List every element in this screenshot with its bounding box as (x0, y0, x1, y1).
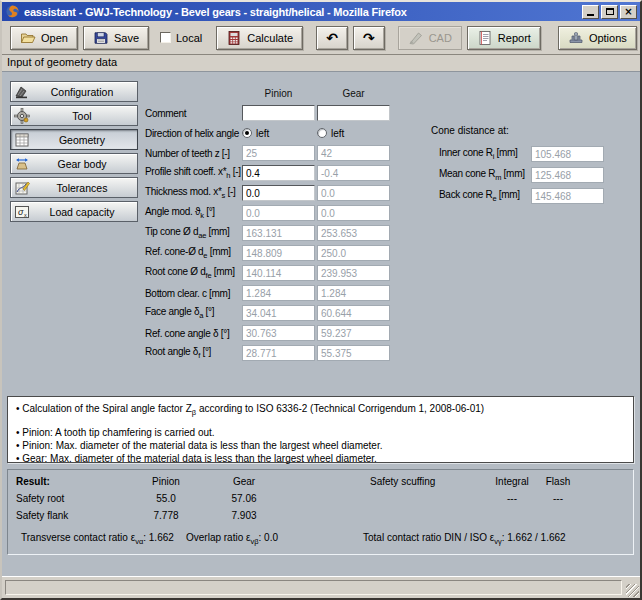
local-checkbox[interactable] (160, 32, 171, 43)
total-contact-ratio: Total contact ratio DIN / ISO εvγ: 1.662… (363, 532, 566, 546)
tolerances-icon (14, 180, 30, 196)
column-header-pinion: Pinion (242, 88, 315, 99)
sidebar-item-load-capacity[interactable]: σxLoad capacity (10, 201, 138, 222)
helix-direction-pinion-cell: left (242, 128, 317, 139)
number-of-teeth-gear-field: 42 (317, 145, 390, 161)
cone-distance-title: Cone distance at: (431, 125, 604, 143)
comment-pinion-field[interactable] (242, 105, 315, 121)
sidebar-item-label: Configuration (30, 86, 134, 98)
local-checkbox-group[interactable]: Local (160, 32, 202, 44)
bottom-clearance-gear-field: 1.284 (317, 285, 390, 301)
result-header-flash: Flash (530, 476, 586, 487)
cone-distance-section: Cone distance at: Inner cone Ri [mm]105.… (431, 125, 604, 206)
result-header-gear: Gear (212, 476, 276, 487)
report-document-icon (477, 30, 493, 46)
firefox-icon (5, 4, 20, 19)
sidebar-item-gear-body[interactable]: Gear body (10, 153, 138, 174)
safety-flank-pinion-value: 7.778 (134, 510, 198, 521)
load-capacity-icon: σx (14, 204, 30, 220)
mean-cone-row: Mean cone Rm [mm]125.468 (431, 164, 604, 185)
profile-shift-coeff-label: Profile shift coeff. x*h [-] (145, 166, 242, 180)
options-tool-icon (568, 30, 584, 46)
toolbar: Open Save Local Calculate ↶ ↷ CAD Report… (2, 21, 640, 55)
maximize-button[interactable] (601, 5, 618, 19)
root-cone-dia-label: Root cone Ø dfe [mm] (145, 266, 242, 280)
helix-direction-gear-cell: left (317, 128, 392, 139)
sidebar-item-configuration[interactable]: Configuration (10, 81, 138, 102)
ref-cone-dia-label: Ref. cone-Ø de [mm] (145, 246, 242, 260)
sidebar-item-label: Geometry (30, 134, 134, 146)
redo-icon: ↷ (363, 30, 375, 46)
bottom-clearance-label: Bottom clear. c [mm] (145, 288, 242, 299)
overlap-ratio: Overlap ratio εvβ: 0.0 (186, 532, 278, 546)
helix-direction-pinion-radio[interactable] (242, 128, 252, 138)
message-item: Calculation of the Spiral angle factor Z… (16, 402, 625, 419)
message-item: Pinion: A tooth tip chamfering is carrie… (16, 426, 625, 439)
window-controls: × (582, 5, 637, 19)
geometry-icon (14, 132, 30, 148)
ref-cone-dia-pinion-field: 148.809 (242, 245, 315, 261)
face-angle-label: Face angle δa [°] (145, 306, 242, 320)
safety-flank-label: Safety flank (16, 510, 68, 521)
number-of-teeth-label: Number of teeth z [-] (145, 148, 242, 159)
tip-cone-dia-label: Tip cone Ø dae [mm] (145, 226, 242, 240)
profile-shift-coeff-pinion-field[interactable]: 0.4 (242, 165, 315, 181)
window-title: eassistant - GWJ-Technology - Bevel gear… (24, 6, 578, 18)
sidebar-item-label: Load capacity (30, 206, 134, 218)
close-button[interactable]: × (620, 5, 637, 19)
mean-cone-label: Mean cone Rm [mm] (431, 168, 531, 182)
back-cone-label: Back cone Re [mm] (431, 189, 531, 203)
face-angle-gear-field: 60.644 (317, 305, 390, 321)
inner-cone-field: 105.468 (531, 146, 604, 162)
angle-mod-pinion-field: 0.0 (242, 205, 315, 221)
report-button[interactable]: Report (467, 26, 541, 50)
ref-cone-angle-pinion-field: 30.763 (242, 325, 315, 341)
open-button[interactable]: Open (10, 26, 78, 50)
close-icon: × (624, 7, 632, 17)
ref-cone-angle-gear-field: 59.237 (317, 325, 390, 341)
result-panel: Result: Pinion Gear Safety scuffing Inte… (7, 469, 634, 555)
geometry-form: Pinion Gear CommentDirection of helix an… (145, 83, 392, 363)
mean-cone-field: 125.468 (531, 167, 604, 183)
sidebar-item-label: Gear body (30, 158, 134, 170)
sidebar-item-label: Tolerances (30, 182, 134, 194)
minimize-icon (587, 14, 594, 16)
back-cone-row: Back cone Re [mm]145.468 (431, 185, 604, 206)
root-angle-gear-field: 55.375 (317, 345, 390, 361)
undo-button[interactable]: ↶ (316, 26, 348, 50)
options-button[interactable]: Options (558, 26, 637, 50)
sidebar-item-tool[interactable]: Tool (10, 105, 138, 126)
helix-direction-gear-radio[interactable] (317, 128, 327, 138)
calculate-button[interactable]: Calculate (216, 26, 303, 50)
section-title: Input of geometry data (2, 55, 640, 71)
minimize-button[interactable] (582, 5, 599, 19)
svg-text:x: x (24, 211, 27, 217)
save-button[interactable]: Save (83, 26, 149, 50)
result-header-pinion: Pinion (134, 476, 198, 487)
redo-button[interactable]: ↷ (353, 26, 385, 50)
number-of-teeth-pinion-field: 25 (242, 145, 315, 161)
statusbar (2, 576, 640, 598)
sidebar-item-geometry[interactable]: Geometry (10, 129, 138, 150)
status-field (5, 580, 622, 595)
comment-gear-field[interactable] (317, 105, 390, 121)
undo-icon: ↶ (326, 30, 338, 46)
helix-direction-pinion-radio-label: left (256, 128, 269, 139)
sidebar-item-tolerances[interactable]: Tolerances (10, 177, 138, 198)
face-angle-pinion-field: 34.041 (242, 305, 315, 321)
main-panel: ConfigurationToolGeometryGear bodyTolera… (2, 71, 640, 576)
thickness-mod-pinion-field[interactable]: 0.0 (242, 185, 315, 201)
titlebar[interactable]: eassistant - GWJ-Technology - Bevel gear… (2, 2, 640, 21)
tip-cone-dia-pinion-field: 163.131 (242, 225, 315, 241)
maximize-icon (606, 8, 614, 15)
helix-direction-label: Direction of helix angle (145, 128, 242, 139)
safety-root-label: Safety root (16, 493, 64, 504)
thickness-mod-label: Thickness mod. x*s [-] (145, 186, 242, 200)
message-item: Gear: Max. diameter of the material data… (16, 452, 625, 465)
safety-flank-gear-value: 7.903 (212, 510, 276, 521)
local-checkbox-label: Local (176, 32, 202, 44)
calculator-icon (226, 30, 242, 46)
ref-cone-dia-gear-field: 250.0 (317, 245, 390, 261)
helix-direction-gear-radio-label: left (331, 128, 344, 139)
resize-grip[interactable] (626, 584, 639, 597)
